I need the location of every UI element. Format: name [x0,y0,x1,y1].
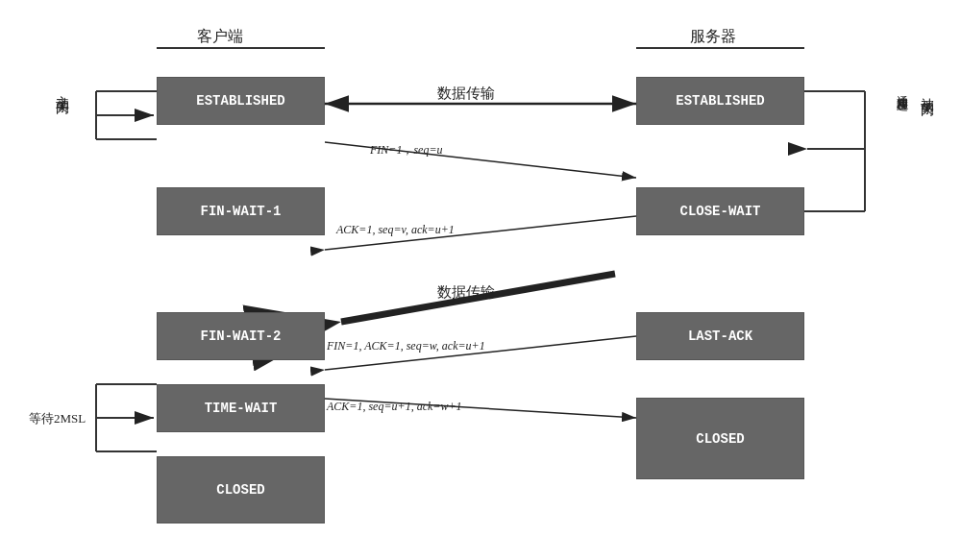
client-established: ESTABLISHED [157,77,325,125]
client-fin-wait-1: FIN-WAIT-1 [157,187,325,235]
client-closed: CLOSED [157,456,325,523]
server-closed: CLOSED [636,398,804,479]
server-label: 服务器 [690,27,736,47]
server-close-wait: CLOSE-WAIT [636,187,804,235]
server-last-ack: LAST-ACK [636,312,804,360]
wait-2msl-label: 等待2MSL [29,410,86,427]
tcp-diagram: 客户端 服务器 主动关闭 被动关闭 通知应用进程 等待2MSL ESTABLIS… [0,0,961,560]
fin2-label: FIN=1, ACK=1, seq=w, ack=u+1 [327,339,485,353]
client-fin-wait-2: FIN-WAIT-2 [157,312,325,360]
active-close-label: 主动关闭 [53,85,70,92]
data-transfer2-label: 数据传输 [437,283,495,302]
passive-close-label: 被动关闭 [918,86,935,94]
ack1-label: ACK=1, seq=v, ack=u+1 [336,223,455,237]
data-transfer-label: 数据传输 [437,85,495,103]
client-label: 客户端 [197,27,243,47]
server-established: ESTABLISHED [636,77,804,125]
fin1-label: FIN=1，seq=u [370,142,443,158]
notify-label: 通知应用进程 [894,86,910,92]
client-time-wait: TIME-WAIT [157,384,325,432]
ack2-label: ACK=1, seq=u+1, ack=w+1 [327,400,461,414]
